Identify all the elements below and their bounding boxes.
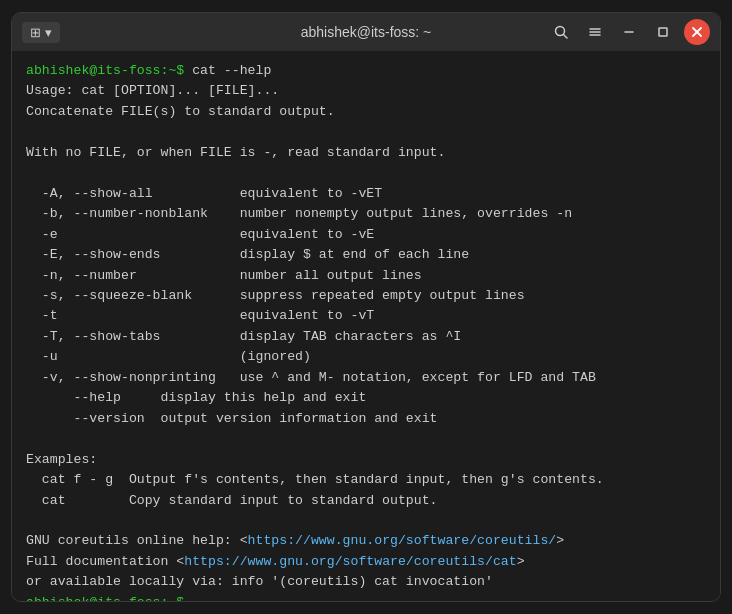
window-title: abhishek@its-foss: ~ [301, 24, 432, 40]
terminal-body[interactable]: abhishek@its-foss:~$ cat --help Usage: c… [12, 51, 720, 601]
svg-line-1 [564, 35, 568, 39]
title-bar: ⊞ ▾ abhishek@its-foss: ~ [12, 13, 720, 51]
terminal-output: abhishek@its-foss:~$ cat --help Usage: c… [26, 61, 706, 601]
tab-icon: ⊞ [30, 25, 41, 40]
svg-rect-6 [659, 28, 667, 36]
close-button[interactable] [684, 19, 710, 45]
tab-dropdown-button[interactable]: ⊞ ▾ [22, 22, 60, 43]
title-bar-right [548, 19, 710, 45]
tab-dropdown-arrow: ▾ [45, 25, 52, 40]
minimize-button[interactable] [616, 19, 642, 45]
search-icon[interactable] [548, 19, 574, 45]
terminal-window: ⊞ ▾ abhishek@its-foss: ~ [11, 12, 721, 602]
menu-icon[interactable] [582, 19, 608, 45]
title-bar-left: ⊞ ▾ [22, 22, 60, 43]
maximize-button[interactable] [650, 19, 676, 45]
